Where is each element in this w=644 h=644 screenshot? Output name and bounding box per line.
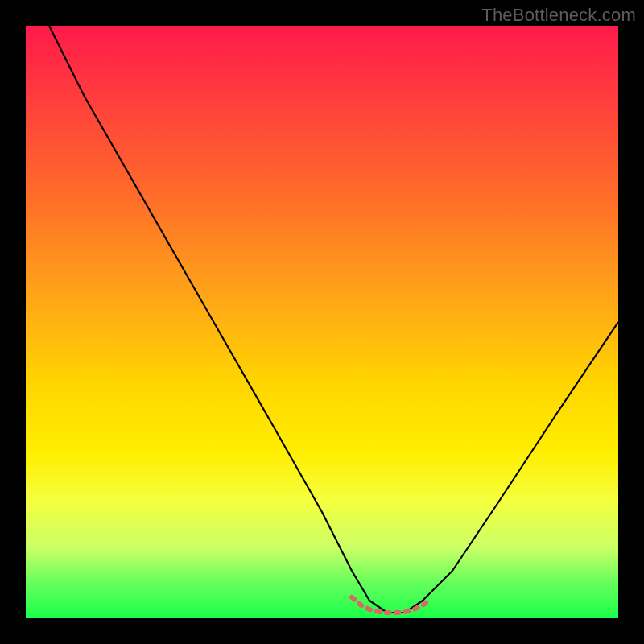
chart-frame: TheBottleneck.com — [0, 0, 644, 644]
watermark-text: TheBottleneck.com — [481, 5, 636, 26]
curve-path — [49, 26, 618, 613]
optimal-band-marker — [352, 597, 431, 613]
plot-area — [26, 26, 618, 618]
bottleneck-curve — [26, 26, 618, 618]
